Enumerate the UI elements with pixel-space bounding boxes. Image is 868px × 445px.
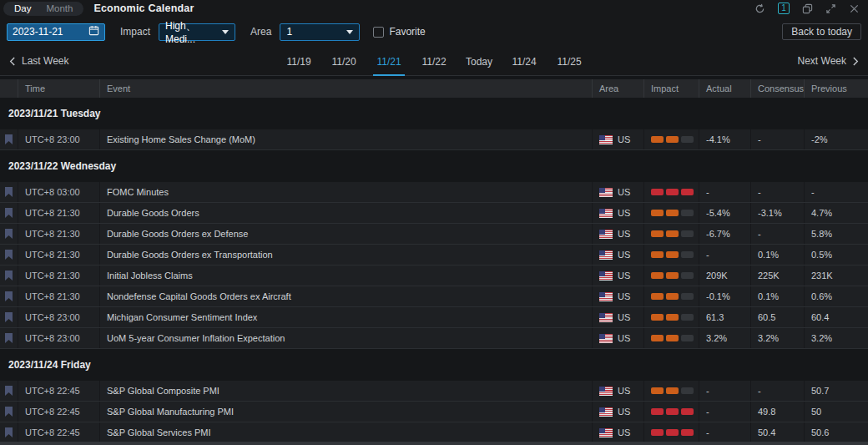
impact-select[interactable]: High、Medi... (159, 23, 235, 41)
consensus-cell: - (751, 381, 805, 401)
impact-cell (644, 307, 699, 327)
event-row[interactable]: UTC+8 23:00Michigan Consumer Sentiment I… (0, 307, 868, 328)
panel-count-badge[interactable]: 1 (778, 3, 790, 14)
us-flag-icon (599, 135, 613, 144)
favorite-checkbox[interactable] (373, 27, 384, 38)
area-select-value: 1 (286, 26, 292, 38)
event-row[interactable]: UTC+8 21:30Nondefense Capital Goods Orde… (0, 286, 868, 307)
close-icon[interactable] (849, 3, 860, 14)
area-label: US (618, 333, 630, 343)
impact-cell (644, 422, 699, 442)
impact-indicator (651, 272, 694, 279)
event-row[interactable]: UTC+8 22:45S&P Global Manufacturing PMIU… (0, 402, 868, 422)
impact-indicator (651, 251, 694, 258)
area-label: US (618, 134, 630, 144)
impact-cell (644, 402, 699, 422)
event-row[interactable]: UTC+8 03:00FOMC MinutesUS--- (0, 182, 868, 203)
bookmark-icon[interactable] (5, 208, 13, 218)
actual-cell: -5.4% (699, 203, 751, 223)
bookmark-cell (0, 129, 18, 149)
consensus-cell: 60.5 (751, 307, 805, 327)
last-week-button[interactable]: Last Week (8, 47, 276, 75)
actual-cell: - (699, 402, 751, 422)
chevron-down-icon (222, 30, 229, 34)
refresh-icon[interactable] (754, 3, 765, 14)
consensus-cell: -3.1% (751, 203, 805, 223)
event-row[interactable]: UTC+8 21:30Durable Goods Orders ex Trans… (0, 245, 868, 265)
week-day-11-22[interactable]: 11/22 (411, 47, 457, 76)
consensus-cell: - (751, 182, 805, 202)
event-row[interactable]: UTC+8 22:45S&P Global Services PMIUS-50.… (0, 422, 868, 443)
impact-indicator (651, 189, 694, 195)
area-label: US (618, 312, 630, 322)
bookmark-icon[interactable] (5, 312, 13, 322)
event-row[interactable]: UTC+8 21:30Durable Goods Orders ex Defen… (0, 224, 868, 245)
impact-indicator (651, 387, 694, 394)
bookmark-icon[interactable] (5, 134, 13, 144)
favorite-filter[interactable]: Favorite (373, 26, 425, 38)
bookmark-cell (0, 328, 18, 348)
previous-cell: - (805, 182, 868, 202)
bookmark-icon[interactable] (5, 427, 13, 437)
bookmark-cell (0, 245, 18, 265)
next-week-button[interactable]: Next Week (592, 47, 860, 75)
previous-cell: 0.5% (805, 245, 868, 265)
event-row[interactable]: UTC+8 21:30Durable Goods OrdersUS-5.4%-3… (0, 203, 868, 224)
date-group-header: 2023/11/21 Tuesday (0, 98, 868, 129)
bookmark-icon[interactable] (5, 407, 13, 417)
bookmark-icon[interactable] (5, 187, 13, 197)
date-value: 2023-11-21 (13, 26, 63, 38)
area-label: US (618, 291, 630, 301)
area-filter-label: Area (250, 26, 271, 38)
bookmark-icon[interactable] (5, 250, 13, 260)
week-day-11-21[interactable]: 11/21 (366, 47, 411, 76)
us-flag-icon (599, 407, 613, 417)
area-cell: US (593, 265, 644, 286)
impact-cell (644, 328, 699, 348)
impact-indicator (651, 210, 694, 216)
area-label: US (618, 407, 630, 417)
horizontal-scrollbar[interactable] (0, 442, 868, 445)
tab-day[interactable]: Day (7, 3, 38, 13)
tab-month[interactable]: Month (38, 3, 80, 13)
us-flag-icon (599, 230, 613, 239)
week-day-11-19[interactable]: 11/19 (276, 47, 321, 76)
table-body: 2023/11/21 TuesdayUTC+8 23:00Existing Ho… (0, 98, 868, 443)
previous-cell: 60.4 (805, 307, 868, 327)
time-cell: UTC+8 23:00 (18, 328, 100, 348)
next-week-label: Next Week (798, 55, 846, 67)
page-title: Economic Calendar (93, 3, 194, 14)
bookmark-cell (0, 265, 18, 286)
area-select[interactable]: 1 (280, 23, 360, 41)
impact-indicator (651, 408, 694, 415)
week-days: 11/1911/2011/2111/22Today11/2411/25 (276, 47, 592, 75)
event-row[interactable]: UTC+8 23:00UoM 5-year Consumer Inflation… (0, 328, 868, 349)
filter-bar: 2023-11-21 Impact High、Medi... Area 1 Fa… (0, 17, 868, 47)
week-day-today[interactable]: Today (457, 47, 502, 76)
previous-cell: 0.6% (805, 286, 868, 306)
event-row[interactable]: UTC+8 22:45S&P Global Composite PMIUS--5… (0, 381, 868, 402)
event-row[interactable]: UTC+8 21:30Initial Jobless ClaimsUS209K2… (0, 265, 868, 286)
date-picker[interactable]: 2023-11-21 (7, 23, 105, 41)
bookmark-icon[interactable] (5, 386, 13, 396)
consensus-cell: 50.4 (751, 422, 805, 442)
us-flag-icon (599, 428, 613, 437)
area-cell: US (593, 328, 644, 348)
bookmark-icon[interactable] (5, 333, 13, 343)
time-cell: UTC+8 21:30 (18, 265, 100, 286)
area-cell: US (593, 381, 644, 401)
expand-icon[interactable] (825, 3, 836, 14)
event-row[interactable]: UTC+8 23:00Existing Home Sales Change (M… (0, 129, 868, 150)
duplicate-window-icon[interactable] (802, 3, 813, 14)
week-day-11-25[interactable]: 11/25 (547, 47, 592, 76)
week-day-11-24[interactable]: 11/24 (502, 47, 547, 76)
bookmark-cell (0, 307, 18, 327)
bookmark-icon[interactable] (5, 291, 13, 301)
impact-indicator (651, 293, 694, 300)
actual-cell: -4.1% (699, 129, 751, 149)
event-cell: Michigan Consumer Sentiment Index (100, 307, 593, 327)
bookmark-icon[interactable] (5, 229, 13, 239)
week-day-11-20[interactable]: 11/20 (321, 47, 366, 76)
bookmark-icon[interactable] (5, 271, 13, 281)
back-to-today-button[interactable]: Back to today (782, 23, 861, 40)
